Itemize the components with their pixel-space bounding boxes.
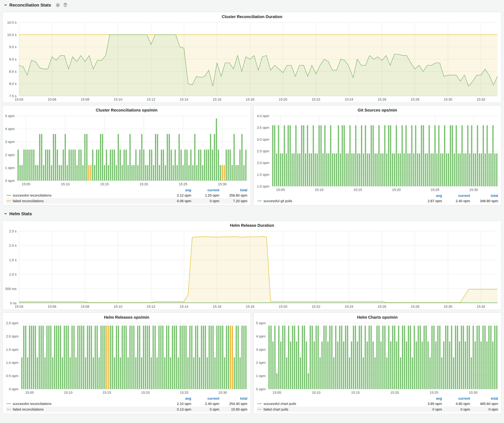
svg-text:1.0 s: 1.0 s: [9, 272, 17, 276]
legend: avg current total successful reconciliat…: [3, 187, 251, 205]
chart-helm-charts-ops[interactable]: 5 opm4 opm3 opm2 opm1 opm0 opm15:0515:10…: [253, 321, 501, 396]
svg-text:15:22: 15:22: [312, 98, 320, 101]
legend-avg-value: 3.85 opm: [414, 402, 442, 405]
panel-helm-releases-ops: Helm Releases ops/min 2.5 opm2.0 opm1.5 …: [2, 312, 251, 414]
svg-text:15:24: 15:24: [345, 305, 353, 309]
svg-text:15:22: 15:22: [312, 305, 320, 309]
legend-col-current[interactable]: current: [442, 397, 470, 400]
legend-avg-value: 0.13 opm: [163, 407, 191, 411]
svg-text:15:16: 15:16: [213, 98, 221, 101]
svg-text:0.5 opm: 0.5 opm: [6, 374, 18, 378]
legend-row: failed chart pulls 0 opm 0 opm 0 opm: [257, 406, 498, 412]
gear-icon[interactable]: [55, 3, 60, 7]
chart-helm-release-duration[interactable]: 2.5 s2.0 s1.5 s1.0 s500 ms0 ns15:0415:06…: [3, 229, 501, 310]
panel-title[interactable]: Git Sources ops/min: [253, 106, 501, 113]
svg-text:5 opm: 5 opm: [5, 114, 15, 118]
legend-col-current[interactable]: current: [191, 188, 219, 192]
legend-col-avg[interactable]: avg: [163, 397, 191, 400]
svg-text:15:05: 15:05: [276, 188, 285, 192]
svg-text:15:15: 15:15: [100, 182, 109, 186]
series-color-dash: [6, 195, 11, 196]
svg-text:0 opm: 0 opm: [9, 387, 18, 391]
series-label[interactable]: failed reconciliations: [13, 199, 163, 203]
panel-title[interactable]: Helm Releases ops/min: [3, 313, 251, 321]
legend-header: avg current total: [257, 193, 498, 198]
svg-text:15:05: 15:05: [25, 391, 34, 394]
legend-total-value: 346.80 opm: [470, 199, 498, 203]
legend-current-value: 1.20 opm: [191, 194, 219, 197]
legend-col-total[interactable]: total: [219, 397, 247, 400]
legend-col-total[interactable]: total: [470, 397, 498, 400]
svg-text:15:25: 15:25: [430, 391, 438, 394]
section-helm-stats[interactable]: Helm Stats: [2, 209, 502, 218]
legend-header: avg current total: [6, 396, 247, 401]
svg-text:15:18: 15:18: [246, 98, 254, 101]
series-label[interactable]: successful git pulls: [264, 199, 414, 203]
panel-title[interactable]: Cluster Reconciliation Duration: [3, 12, 501, 20]
svg-text:1 opm: 1 opm: [256, 374, 265, 378]
legend-col-total[interactable]: total: [470, 194, 498, 198]
svg-text:3 opm: 3 opm: [256, 348, 265, 352]
series-label[interactable]: successful reconciliations: [13, 194, 163, 197]
legend-total-value: 7.20 opm: [219, 199, 247, 203]
svg-text:15:20: 15:20: [392, 188, 401, 192]
series-label[interactable]: successful reconciliations: [13, 402, 163, 405]
svg-text:15:15: 15:15: [353, 188, 362, 192]
series-color-dash: [6, 409, 11, 410]
legend-row: failed reconciliations 0.13 opm 0 opm 15…: [6, 406, 247, 412]
legend-row: successful reconciliations 2.10 opm 2.40…: [6, 401, 247, 406]
chart-helm-releases-ops[interactable]: 2.5 opm2.0 opm1.5 opm1.0 opm0.5 opm0 opm…: [3, 321, 251, 396]
legend-row: successful reconciliations 2.12 opm 1.20…: [6, 193, 247, 198]
series-label[interactable]: failed reconciliations: [13, 407, 163, 411]
legend-current-value: 2.40 opm: [442, 199, 470, 203]
legend-total-value: 0 opm: [470, 407, 498, 411]
legend-total-value: 254.40 opm: [219, 402, 247, 405]
svg-text:15:20: 15:20: [139, 182, 148, 186]
svg-text:8.0 s: 8.0 s: [9, 82, 17, 86]
panel-title[interactable]: Helm Charts ops/min: [253, 313, 501, 321]
svg-text:2.0 opm: 2.0 opm: [257, 161, 269, 165]
section-reconciliation-stats[interactable]: Reconciliation Stats: [2, 1, 502, 9]
legend-header: avg current total: [257, 396, 498, 401]
legend-col-avg[interactable]: avg: [414, 194, 442, 198]
legend-col-avg[interactable]: avg: [163, 188, 191, 192]
svg-text:15:15: 15:15: [351, 391, 360, 394]
legend-avg-value: 2.87 opm: [414, 199, 442, 203]
chart-cluster-reconciliation-duration[interactable]: 10.5 s10.0 s9.5 s9.0 s8.5 s8.0 s7.5 s15:…: [3, 20, 501, 102]
panel-git-sources-ops: Git Sources ops/min 4.0 opm3.5 opm3.0 op…: [253, 105, 502, 206]
series-color-dash: [257, 201, 262, 201]
panel-title[interactable]: Helm Release Duration: [3, 221, 501, 229]
svg-text:15:25: 15:25: [431, 188, 439, 192]
series-label[interactable]: successful chart pulls: [264, 402, 414, 405]
legend-col-current[interactable]: current: [191, 397, 219, 400]
svg-text:1.5 opm: 1.5 opm: [6, 348, 18, 352]
svg-text:15:20: 15:20: [390, 391, 399, 394]
svg-text:15:25: 15:25: [179, 182, 187, 186]
svg-text:15:10: 15:10: [312, 391, 320, 394]
chart-cluster-reconciliations-ops[interactable]: 5 opm4 opm3 opm2 opm1 opm0 opm15:0515:10…: [3, 113, 251, 187]
svg-text:9.5 s: 9.5 s: [9, 45, 17, 49]
svg-text:0 opm: 0 opm: [5, 179, 15, 183]
svg-text:2 opm: 2 opm: [256, 361, 265, 364]
svg-text:5 opm: 5 opm: [256, 321, 265, 325]
svg-text:1.5 opm: 1.5 opm: [257, 173, 269, 177]
legend-col-current[interactable]: current: [442, 194, 470, 198]
svg-text:10.5 s: 10.5 s: [7, 21, 17, 24]
trash-icon[interactable]: [63, 3, 67, 7]
legend-current-value: 0 opm: [191, 407, 219, 411]
legend-col-avg[interactable]: avg: [414, 397, 442, 400]
chart-git-sources-ops[interactable]: 4.0 opm3.5 opm3.0 opm2.5 opm2.0 opm1.5 o…: [253, 113, 501, 193]
svg-text:15:14: 15:14: [180, 305, 188, 309]
svg-text:500 ms: 500 ms: [5, 287, 17, 291]
svg-text:3.0 opm: 3.0 opm: [257, 137, 269, 141]
svg-text:15:10: 15:10: [114, 305, 122, 309]
svg-text:2.5 opm: 2.5 opm: [6, 321, 18, 325]
series-label[interactable]: failed chart pulls: [264, 407, 414, 411]
panel-cluster-reconciliations-ops: Cluster Reconciliations ops/min 5 opm4 o…: [2, 105, 251, 206]
panel-title[interactable]: Cluster Reconciliations ops/min: [3, 106, 251, 113]
chevron-down-icon: [4, 3, 7, 7]
svg-text:2.0 s: 2.0 s: [9, 244, 17, 247]
svg-text:15:05: 15:05: [272, 391, 281, 394]
svg-text:2.0 opm: 2.0 opm: [6, 334, 18, 338]
legend-col-total[interactable]: total: [219, 188, 247, 192]
